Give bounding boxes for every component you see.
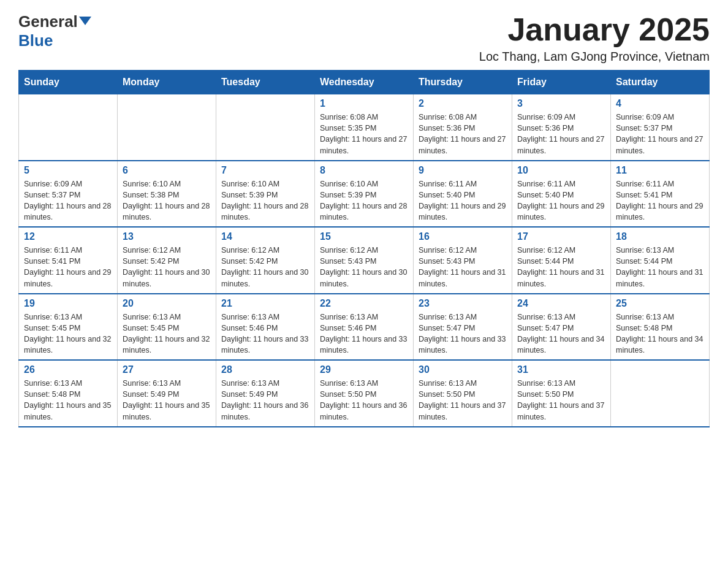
day-info: Sunrise: 6:13 AM Sunset: 5:45 PM Dayligh… — [24, 312, 112, 356]
day-number: 2 — [419, 98, 507, 109]
day-info: Sunrise: 6:13 AM Sunset: 5:48 PM Dayligh… — [24, 378, 112, 423]
day-info: Sunrise: 6:11 AM Sunset: 5:40 PM Dayligh… — [517, 178, 605, 223]
day-number: 27 — [123, 364, 211, 375]
day-info: Sunrise: 6:13 AM Sunset: 5:50 PM Dayligh… — [320, 378, 408, 423]
day-number: 4 — [616, 98, 704, 109]
calendar-header-friday: Friday — [512, 71, 611, 94]
day-info: Sunrise: 6:08 AM Sunset: 5:35 PM Dayligh… — [320, 112, 408, 156]
day-number: 16 — [419, 231, 507, 242]
calendar-table: SundayMondayTuesdayWednesdayThursdayFrid… — [18, 70, 710, 427]
day-info: Sunrise: 6:11 AM Sunset: 5:41 PM Dayligh… — [616, 178, 704, 223]
day-number: 7 — [221, 165, 309, 176]
day-info: Sunrise: 6:09 AM Sunset: 5:37 PM Dayligh… — [616, 112, 704, 156]
calendar-week-row: 12Sunrise: 6:11 AM Sunset: 5:41 PM Dayli… — [19, 227, 710, 294]
day-number: 25 — [616, 298, 704, 309]
day-number: 17 — [517, 231, 605, 242]
main-title: January 2025 — [479, 12, 710, 47]
calendar-cell: 16Sunrise: 6:12 AM Sunset: 5:43 PM Dayli… — [414, 227, 512, 294]
title-section: January 2025 Loc Thang, Lam GJong Provin… — [479, 12, 710, 64]
day-info: Sunrise: 6:12 AM Sunset: 5:43 PM Dayligh… — [419, 245, 507, 289]
day-info: Sunrise: 6:13 AM Sunset: 5:47 PM Dayligh… — [517, 312, 605, 356]
day-number: 26 — [24, 364, 112, 375]
page-header: General Blue January 2025 Loc Thang, Lam… — [18, 12, 710, 64]
day-info: Sunrise: 6:13 AM Sunset: 5:44 PM Dayligh… — [616, 245, 704, 289]
calendar-cell: 19Sunrise: 6:13 AM Sunset: 5:45 PM Dayli… — [19, 294, 118, 361]
calendar-header-sunday: Sunday — [19, 71, 118, 94]
day-number: 30 — [419, 364, 507, 375]
logo-triangle-icon — [79, 17, 91, 25]
day-number: 29 — [320, 364, 408, 375]
calendar-header-tuesday: Tuesday — [216, 71, 315, 94]
day-info: Sunrise: 6:13 AM Sunset: 5:49 PM Dayligh… — [123, 378, 211, 423]
calendar-cell — [118, 94, 216, 161]
day-info: Sunrise: 6:12 AM Sunset: 5:44 PM Dayligh… — [517, 245, 605, 289]
day-number: 9 — [419, 165, 507, 176]
day-info: Sunrise: 6:13 AM Sunset: 5:50 PM Dayligh… — [419, 378, 507, 423]
day-info: Sunrise: 6:12 AM Sunset: 5:42 PM Dayligh… — [123, 245, 211, 289]
day-info: Sunrise: 6:12 AM Sunset: 5:42 PM Dayligh… — [221, 245, 309, 289]
calendar-cell: 18Sunrise: 6:13 AM Sunset: 5:44 PM Dayli… — [611, 227, 710, 294]
calendar-cell: 20Sunrise: 6:13 AM Sunset: 5:45 PM Dayli… — [118, 294, 216, 361]
day-info: Sunrise: 6:13 AM Sunset: 5:49 PM Dayligh… — [221, 378, 309, 423]
calendar-header-wednesday: Wednesday — [315, 71, 414, 94]
calendar-cell: 8Sunrise: 6:10 AM Sunset: 5:39 PM Daylig… — [315, 161, 414, 228]
day-number: 24 — [517, 298, 605, 309]
day-number: 1 — [320, 98, 408, 109]
day-info: Sunrise: 6:10 AM Sunset: 5:39 PM Dayligh… — [221, 178, 309, 223]
day-info: Sunrise: 6:11 AM Sunset: 5:40 PM Dayligh… — [419, 178, 507, 223]
day-number: 23 — [419, 298, 507, 309]
day-info: Sunrise: 6:11 AM Sunset: 5:41 PM Dayligh… — [24, 245, 112, 289]
calendar-header-saturday: Saturday — [611, 71, 710, 94]
calendar-cell: 21Sunrise: 6:13 AM Sunset: 5:46 PM Dayli… — [216, 294, 315, 361]
day-info: Sunrise: 6:09 AM Sunset: 5:37 PM Dayligh… — [24, 178, 112, 223]
day-info: Sunrise: 6:12 AM Sunset: 5:43 PM Dayligh… — [320, 245, 408, 289]
day-info: Sunrise: 6:10 AM Sunset: 5:39 PM Dayligh… — [320, 178, 408, 223]
calendar-cell: 3Sunrise: 6:09 AM Sunset: 5:36 PM Daylig… — [512, 94, 611, 161]
calendar-cell: 4Sunrise: 6:09 AM Sunset: 5:37 PM Daylig… — [611, 94, 710, 161]
day-number: 21 — [221, 298, 309, 309]
day-number: 12 — [24, 231, 112, 242]
day-info: Sunrise: 6:13 AM Sunset: 5:45 PM Dayligh… — [123, 312, 211, 356]
day-number: 8 — [320, 165, 408, 176]
day-number: 18 — [616, 231, 704, 242]
day-info: Sunrise: 6:13 AM Sunset: 5:46 PM Dayligh… — [221, 312, 309, 356]
calendar-week-row: 5Sunrise: 6:09 AM Sunset: 5:37 PM Daylig… — [19, 161, 710, 228]
calendar-header-thursday: Thursday — [414, 71, 512, 94]
calendar-cell: 14Sunrise: 6:12 AM Sunset: 5:42 PM Dayli… — [216, 227, 315, 294]
day-number: 5 — [24, 165, 112, 176]
day-number: 15 — [320, 231, 408, 242]
calendar-cell: 12Sunrise: 6:11 AM Sunset: 5:41 PM Dayli… — [19, 227, 118, 294]
calendar-cell: 9Sunrise: 6:11 AM Sunset: 5:40 PM Daylig… — [414, 161, 512, 228]
day-info: Sunrise: 6:08 AM Sunset: 5:36 PM Dayligh… — [419, 112, 507, 156]
calendar-cell: 2Sunrise: 6:08 AM Sunset: 5:36 PM Daylig… — [414, 94, 512, 161]
day-info: Sunrise: 6:13 AM Sunset: 5:48 PM Dayligh… — [616, 312, 704, 356]
calendar-cell — [19, 94, 118, 161]
day-info: Sunrise: 6:13 AM Sunset: 5:50 PM Dayligh… — [517, 378, 605, 423]
day-number: 31 — [517, 364, 605, 375]
calendar-cell: 30Sunrise: 6:13 AM Sunset: 5:50 PM Dayli… — [414, 360, 512, 427]
day-number: 6 — [123, 165, 211, 176]
calendar-cell: 26Sunrise: 6:13 AM Sunset: 5:48 PM Dayli… — [19, 360, 118, 427]
calendar-cell: 28Sunrise: 6:13 AM Sunset: 5:49 PM Dayli… — [216, 360, 315, 427]
calendar-cell: 17Sunrise: 6:12 AM Sunset: 5:44 PM Dayli… — [512, 227, 611, 294]
calendar-cell: 15Sunrise: 6:12 AM Sunset: 5:43 PM Dayli… — [315, 227, 414, 294]
day-info: Sunrise: 6:10 AM Sunset: 5:38 PM Dayligh… — [123, 178, 211, 223]
day-info: Sunrise: 6:13 AM Sunset: 5:47 PM Dayligh… — [419, 312, 507, 356]
logo-general-text: General — [18, 12, 78, 31]
day-info: Sunrise: 6:09 AM Sunset: 5:36 PM Dayligh… — [517, 112, 605, 156]
day-number: 19 — [24, 298, 112, 309]
calendar-cell — [611, 360, 710, 427]
logo: General Blue — [18, 12, 91, 50]
day-number: 3 — [517, 98, 605, 109]
calendar-cell: 29Sunrise: 6:13 AM Sunset: 5:50 PM Dayli… — [315, 360, 414, 427]
calendar-cell: 5Sunrise: 6:09 AM Sunset: 5:37 PM Daylig… — [19, 161, 118, 228]
day-number: 14 — [221, 231, 309, 242]
day-number: 20 — [123, 298, 211, 309]
calendar-cell: 1Sunrise: 6:08 AM Sunset: 5:35 PM Daylig… — [315, 94, 414, 161]
calendar-cell: 7Sunrise: 6:10 AM Sunset: 5:39 PM Daylig… — [216, 161, 315, 228]
day-number: 10 — [517, 165, 605, 176]
calendar-cell: 22Sunrise: 6:13 AM Sunset: 5:46 PM Dayli… — [315, 294, 414, 361]
day-number: 11 — [616, 165, 704, 176]
calendar-cell: 23Sunrise: 6:13 AM Sunset: 5:47 PM Dayli… — [414, 294, 512, 361]
day-number: 22 — [320, 298, 408, 309]
